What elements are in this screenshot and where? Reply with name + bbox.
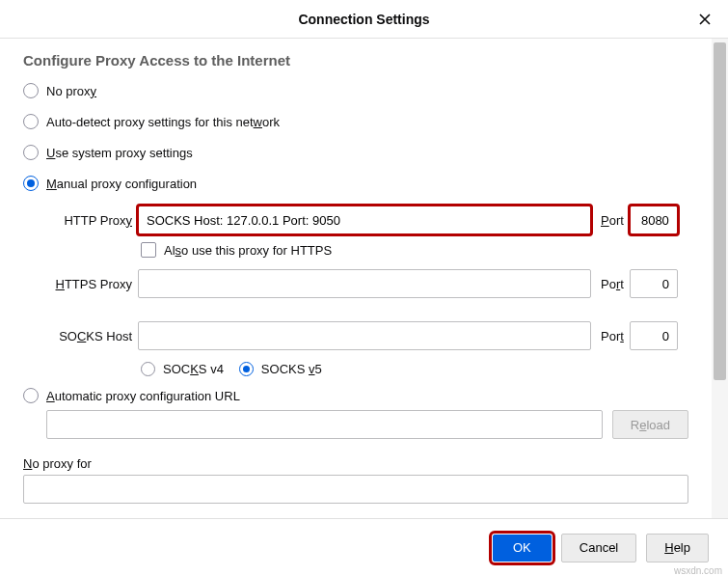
socks-v5-option[interactable]: SOCKS v5 [239,360,322,377]
socks-host-label: SOCKS Host [46,329,138,343]
close-icon[interactable] [695,10,715,29]
socks-version-group: SOCKS v4 SOCKS v5 [141,360,688,377]
radio-icon[interactable] [23,176,39,191]
socks-host-input[interactable] [138,321,591,350]
radio-icon[interactable] [239,362,254,376]
section-heading: Configure Proxy Access to the Internet [23,52,688,69]
socks-host-row: SOCKS Host Port [46,321,688,350]
auto-config-url-row: Reload [46,410,688,439]
https-proxy-input[interactable] [138,269,591,298]
no-proxy-for-input[interactable] [23,475,688,504]
radio-icon[interactable] [141,362,155,376]
option-label: No proxy [46,84,96,98]
vertical-scrollbar[interactable] [712,39,728,518]
settings-body: Configure Proxy Access to the Internet N… [0,39,712,518]
http-port-label: Port [601,213,624,228]
reload-button: Reload [612,410,688,439]
radio-icon[interactable] [23,388,39,403]
option-label: Automatic proxy configuration URL [46,389,240,403]
http-port-input[interactable] [630,206,678,234]
option-label: Auto-detect proxy settings for this netw… [46,115,280,129]
socks-port-label: Port [601,329,624,343]
scrollbar-thumb[interactable] [714,42,726,380]
also-https-label: Also use this proxy for HTTPS [164,243,332,258]
option-auto-detect[interactable]: Auto-detect proxy settings for this netw… [23,113,688,130]
title-bar: Connection Settings [0,0,728,39]
dialog-footer: OK Cancel Help [0,518,728,576]
auto-config-url-input[interactable] [46,410,603,439]
socks-v4-label: SOCKS v4 [163,362,224,376]
ok-button[interactable]: OK [493,535,552,562]
no-proxy-for-label: No proxy for [23,456,688,471]
checkbox-icon[interactable] [141,242,156,258]
http-proxy-input[interactable] [138,206,591,234]
dialog-title: Connection Settings [298,12,429,27]
https-port-input[interactable] [630,269,678,298]
http-proxy-label: HTTP Proxy [46,213,138,228]
watermark: wsxdn.com [674,565,722,576]
https-proxy-label: HTTPS Proxy [46,277,138,291]
option-label: Use system proxy settings [46,146,193,160]
cancel-button[interactable]: Cancel [561,534,636,562]
https-proxy-row: HTTPS Proxy Port [46,269,688,298]
https-port-label: Port [601,277,624,291]
socks-v5-label: SOCKS v5 [261,362,322,376]
socks-v4-option[interactable]: SOCKS v4 [141,360,224,377]
radio-icon[interactable] [23,145,39,160]
option-label: Manual proxy configuration [46,177,197,191]
radio-icon[interactable] [23,83,39,98]
option-manual-proxy[interactable]: Manual proxy configuration [23,175,688,192]
also-https-row[interactable]: Also use this proxy for HTTPS [141,242,688,258]
option-auto-config-url[interactable]: Automatic proxy configuration URL [23,387,688,404]
option-no-proxy[interactable]: No proxy [23,82,688,99]
http-proxy-row: HTTP Proxy Port [46,206,688,234]
help-button[interactable]: Help [646,534,709,562]
socks-port-input[interactable] [630,321,678,350]
option-use-system[interactable]: Use system proxy settings [23,144,688,161]
radio-icon[interactable] [23,114,39,129]
